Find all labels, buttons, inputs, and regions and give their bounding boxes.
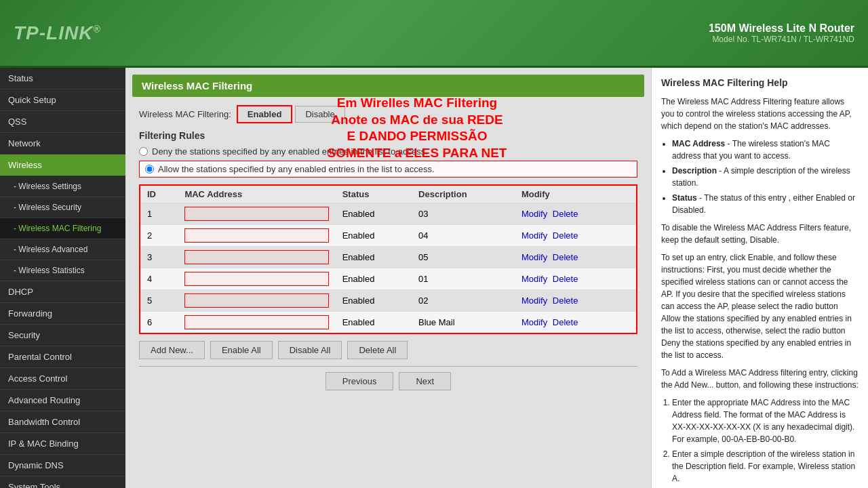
- cell-id: 4: [140, 268, 178, 290]
- col-status: Status: [336, 185, 412, 203]
- filtering-rules-title: Filtering Rules: [139, 130, 637, 141]
- sidebar-item-wireless-settings[interactable]: - Wireless Settings: [0, 176, 125, 197]
- cell-id: 2: [140, 225, 178, 247]
- sidebar-item-network[interactable]: Network: [0, 133, 125, 155]
- deny-radio[interactable]: [139, 147, 148, 156]
- mac-address-cell: [184, 315, 328, 329]
- cell-id: 3: [140, 247, 178, 268]
- table-row: 4 Enabled 01 Modify Delete: [140, 268, 637, 290]
- deny-label: Deny the stations specified by any enabl…: [152, 146, 428, 157]
- modify-link[interactable]: Modify: [521, 230, 547, 241]
- table-row: 2 Enabled 04 Modify Delete: [140, 225, 637, 247]
- help-steps: Enter the appropriate MAC Address into t…: [672, 396, 859, 488]
- cell-status: Enabled: [336, 312, 412, 334]
- sidebar-item-quick-setup[interactable]: Quick Setup: [0, 89, 125, 111]
- cell-desc: Blue Mail: [412, 312, 515, 334]
- cell-mac: [178, 290, 335, 312]
- help-step-item: Enter the appropriate MAC Address into t…: [672, 396, 859, 445]
- enabled-button[interactable]: Enabled: [237, 105, 293, 123]
- deny-radio-row: Deny the stations specified by any enabl…: [139, 146, 637, 157]
- sidebar-item-status[interactable]: Status: [0, 68, 125, 89]
- cell-modify: Modify Delete: [515, 225, 637, 247]
- help-bullet-status: Status - The status of this entry , eith…: [672, 192, 859, 216]
- logo: TP-LINK®: [14, 22, 101, 44]
- sidebar-item-bandwidth-control[interactable]: Bandwidth Control: [0, 411, 125, 433]
- table-header-row: ID MAC Address Status Description Modify: [140, 185, 637, 203]
- delete-link[interactable]: Delete: [553, 317, 578, 327]
- delete-link[interactable]: Delete: [553, 252, 578, 262]
- allow-label: Allow the stations specified by any enab…: [158, 164, 435, 174]
- help-bullets: MAC Address - The wireless station's MAC…: [672, 138, 859, 216]
- cell-desc: 04: [412, 225, 515, 247]
- cell-modify: Modify Delete: [515, 268, 637, 290]
- mac-address-cell: [184, 272, 328, 286]
- allow-radio-row: Allow the stations specified by any enab…: [139, 161, 637, 178]
- delete-link[interactable]: Delete: [553, 230, 578, 241]
- modify-link[interactable]: Modify: [521, 296, 547, 306]
- filter-status-row: Wireless MAC Filtering: Enabled Disable: [132, 105, 644, 123]
- sidebar-item-wireless-statistics[interactable]: - Wireless Statistics: [0, 260, 125, 281]
- col-id: ID: [140, 185, 178, 203]
- sidebar-item-access-control[interactable]: Access Control: [0, 368, 125, 390]
- sidebar-item-system-tools[interactable]: System Tools: [0, 476, 125, 488]
- cell-status: Enabled: [336, 268, 412, 290]
- delete-all-button[interactable]: Delete All: [347, 341, 408, 359]
- filter-label: Wireless MAC Filtering:: [139, 109, 231, 119]
- cell-modify: Modify Delete: [515, 247, 637, 268]
- cell-mac: [178, 225, 335, 247]
- delete-link[interactable]: Delete: [553, 209, 578, 219]
- modify-link[interactable]: Modify: [521, 209, 547, 219]
- modify-link[interactable]: Modify: [521, 274, 547, 284]
- router-info: 150M Wireless Lite N Router Model No. TL…: [709, 22, 854, 44]
- sidebar-item-dynamic-dns[interactable]: Dynamic DNS: [0, 455, 125, 476]
- header: TP-LINK® 150M Wireless Lite N Router Mod…: [0, 0, 868, 68]
- sidebar-item-wireless[interactable]: Wireless: [0, 155, 125, 176]
- separator: [139, 366, 637, 367]
- delete-link[interactable]: Delete: [553, 296, 578, 306]
- table-row: 5 Enabled 02 Modify Delete: [140, 290, 637, 312]
- cell-status: Enabled: [336, 247, 412, 268]
- help-bullet-desc-term: Description: [672, 166, 717, 176]
- mac-address-cell: [184, 250, 328, 264]
- help-panel: Wireless MAC Filtering Help The Wireless…: [651, 68, 868, 488]
- sidebar-item-ip-mac-binding[interactable]: IP & MAC Binding: [0, 433, 125, 455]
- cell-id: 5: [140, 290, 178, 312]
- sidebar-item-security[interactable]: Security: [0, 325, 125, 346]
- nav-buttons: Previous Next: [139, 372, 637, 390]
- sidebar-item-dhcp[interactable]: DHCP: [0, 281, 125, 303]
- sidebar-item-qss[interactable]: QSS: [0, 111, 125, 133]
- cell-id: 1: [140, 203, 178, 225]
- sidebar-item-advanced-routing[interactable]: Advanced Routing: [0, 390, 125, 411]
- table-row: 6 Enabled Blue Mail Modify Delete: [140, 312, 637, 334]
- cell-modify: Modify Delete: [515, 290, 637, 312]
- cell-desc: 01: [412, 268, 515, 290]
- previous-button[interactable]: Previous: [326, 372, 394, 390]
- allow-radio[interactable]: [145, 165, 154, 174]
- next-button[interactable]: Next: [399, 372, 451, 390]
- sidebar-item-forwarding[interactable]: Forwarding: [0, 303, 125, 325]
- add-new-button[interactable]: Add New...: [139, 341, 205, 359]
- mac-address-cell: [184, 207, 328, 221]
- table-row: 3 Enabled 05 Modify Delete: [140, 247, 637, 268]
- sidebar-item-wireless-mac-filtering[interactable]: - Wireless MAC Filtering: [0, 218, 125, 239]
- help-para3: To Add a Wireless MAC Address filtering …: [661, 367, 859, 391]
- sidebar-item-parental-control[interactable]: Parental Control: [0, 346, 125, 368]
- cell-mac: [178, 203, 335, 225]
- modify-link[interactable]: Modify: [521, 252, 547, 262]
- enable-all-button[interactable]: Enable All: [210, 341, 273, 359]
- col-mac: MAC Address: [178, 185, 335, 203]
- help-bullet-status-term: Status: [672, 193, 697, 203]
- disable-button[interactable]: Disable: [295, 106, 344, 123]
- help-bullet-mac: MAC Address - The wireless station's MAC…: [672, 138, 859, 162]
- sidebar-item-wireless-advanced[interactable]: - Wireless Advanced: [0, 239, 125, 260]
- content-area: Wireless MAC Filtering Em Wirelles MAC F…: [125, 68, 651, 488]
- cell-desc: 02: [412, 290, 515, 312]
- mac-table: ID MAC Address Status Description Modify…: [139, 184, 637, 334]
- modify-link[interactable]: Modify: [521, 317, 547, 327]
- help-bullet-desc: Description - A simple description of th…: [672, 165, 859, 189]
- cell-id: 6: [140, 312, 178, 334]
- sidebar: Status Quick Setup QSS Network Wireless …: [0, 68, 125, 488]
- sidebar-item-wireless-security[interactable]: - Wireless Security: [0, 197, 125, 218]
- delete-link[interactable]: Delete: [553, 274, 578, 284]
- disable-all-button[interactable]: Disable All: [278, 341, 342, 359]
